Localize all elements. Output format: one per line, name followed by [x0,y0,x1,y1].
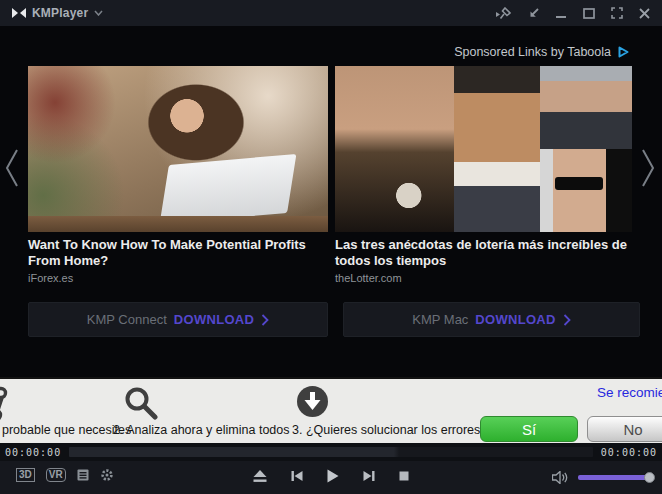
mode-group: 3D VR [16,468,114,482]
close-icon[interactable] [639,8,650,19]
no-button[interactable]: No [587,416,662,442]
kmp-mac-download-button[interactable]: KMP Mac DOWNLOAD [343,302,640,337]
ad-card[interactable]: Las tres anécdotas de lotería más increí… [335,66,632,284]
ad-card[interactable]: Want To Know How To Make Potential Profi… [28,66,328,284]
taboola-icon [616,45,630,59]
chevron-right-icon [261,314,269,326]
volume-knob[interactable] [644,472,655,483]
kmp-connect-download-button[interactable]: KMP Connect DOWNLOAD [28,302,328,337]
download-circle-icon [296,385,329,422]
kmplayer-logo-icon [12,7,26,19]
dock-arrow-icon[interactable] [528,7,540,19]
volume-group [552,471,650,484]
download-action-label: DOWNLOAD [475,312,555,327]
eject-button[interactable] [253,470,267,483]
sunglasses-shape [555,177,603,190]
total-time: 00:00:00 [601,447,657,458]
popup-step-3: 3. ¿Quieres solucionar los errores [292,423,480,437]
taboola-attribution[interactable]: Sponsored Links by Taboola [454,45,630,59]
app-title: KMPlayer [32,6,88,20]
control-bar: 3D VR [0,461,662,494]
photo-collage [335,66,632,232]
app-menu-button[interactable]: KMPlayer [12,6,103,20]
collage-cell [454,66,540,232]
prev-ads-chevron[interactable] [1,146,23,190]
titlebar: KMPlayer [0,0,662,26]
ad-title: Las tres anécdotas de lotería más increí… [335,237,632,269]
collage-cell [540,66,632,149]
fullscreen-icon[interactable] [611,7,623,19]
mode-3d-button[interactable]: 3D [16,468,35,482]
mode-vr-button[interactable]: VR [46,468,66,482]
playlist-icon[interactable] [77,469,89,481]
download-action-label: DOWNLOAD [174,312,254,327]
speaker-icon[interactable] [552,471,569,484]
seek-row: 00:00:00 00:00:00 [0,443,662,461]
kmplayer-window: KMPlayer [0,0,662,494]
popup-step-1: probable que necesites [2,423,131,437]
table-shape [28,216,328,232]
download-product-label: KMP Connect [87,312,167,327]
transport-controls [253,469,409,483]
pin-on-top-icon[interactable] [496,7,512,20]
seek-bar[interactable] [69,447,593,457]
ad-title: Want To Know How To Make Potential Profi… [28,237,328,269]
window-controls [496,7,650,20]
ad-photo[interactable] [28,66,328,232]
popup-banner: probable que necesites 2. Analiza ahora … [0,377,662,443]
laptop-shape [160,154,297,224]
download-product-label: KMP Mac [412,312,468,327]
next-ads-chevron[interactable] [637,146,659,190]
play-button[interactable] [327,469,339,483]
sponsored-label: Sponsored Links by Taboola [454,45,611,59]
ad-source: iForex.es [28,272,328,284]
previous-button[interactable] [291,470,303,482]
volume-slider[interactable] [578,475,650,480]
yes-button[interactable]: Sí [480,416,578,442]
collage-cell [335,66,454,232]
minimize-icon[interactable] [556,8,567,19]
maximize-icon[interactable] [583,8,595,19]
collage-column [540,66,632,232]
elapsed-time: 00:00:00 [5,447,61,458]
popup-step-2: 2. Analiza ahora y elimina todos [113,423,290,437]
ad-photo[interactable] [335,66,632,232]
chevron-right-icon [563,314,571,326]
popup-link[interactable]: Se recomie [597,385,662,400]
next-button[interactable] [363,470,375,482]
magnifier-icon [124,386,158,424]
stop-button[interactable] [399,471,409,481]
collage-cell [540,149,632,232]
ad-source: theLotter.com [335,272,632,284]
settings-gear-icon[interactable] [100,468,114,482]
chevron-down-icon [94,10,103,16]
